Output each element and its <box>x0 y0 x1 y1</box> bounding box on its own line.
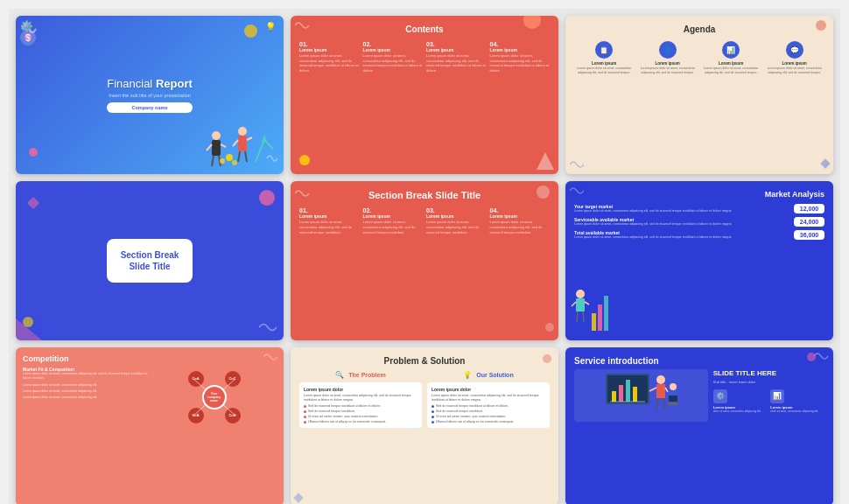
svg-line-27 <box>583 312 584 322</box>
agenda-item-1: 📋 Lorem ipsum Lorem ipsum dolor sit amet… <box>574 41 635 75</box>
svg-marker-20 <box>537 152 554 170</box>
gear-icon: ⚙️ <box>18 18 34 34</box>
competition-items: Lorem ipsum dolor sit amet, consectetur … <box>23 383 148 399</box>
triangle-deco <box>537 152 554 170</box>
svg-point-14 <box>232 160 237 165</box>
contents-item-4: 04. Lorem ipsum Lorem ipsum dolor sit am… <box>490 41 551 73</box>
deco-circle-pink <box>29 148 38 157</box>
svg-point-16 <box>20 30 36 46</box>
service-big-title: SLIDE TITLE HERE <box>713 369 824 377</box>
contents-items: 01. Lorem ipsum Lorem ipsum dolor sit am… <box>299 41 550 73</box>
market-row-2: Serviceable available market Lorem ipsum… <box>574 217 824 227</box>
deco-wave-agenda <box>570 159 584 170</box>
problem-title: 🔍 The Problem <box>299 371 422 379</box>
svg-text:💡: 💡 <box>265 21 277 32</box>
agenda-item-4: 💬 Lorem ipsum Lorem ipsum dolor sit amet… <box>765 41 825 75</box>
svg-rect-30 <box>604 296 608 331</box>
section-break-box: Section Break Slide Title <box>107 239 193 283</box>
service-content: SLIDE TITLE HERE Sub title - insert lore… <box>574 369 824 422</box>
svg-line-24 <box>572 302 576 306</box>
bulb-icon: 💡 <box>264 20 277 32</box>
deco-wave-comp <box>263 352 279 362</box>
slide-6-heading: Market Analysis <box>765 190 824 199</box>
bulb-sol-icon: 💡 <box>463 371 472 379</box>
deco-wave-si <box>814 351 830 361</box>
company-name-button[interactable]: Company name <box>107 102 193 113</box>
svg-point-12 <box>226 154 233 161</box>
slide-section-break-blue: Section Break Slide Title <box>16 181 284 340</box>
deco-circle-ps <box>543 354 551 363</box>
solution-content: Lorem ipsum dolor Lorem ipsum dolor sit … <box>427 382 550 429</box>
deco-diamond-sb <box>27 197 39 209</box>
slide-3-heading: Agenda <box>574 24 824 34</box>
deco-circle-yellow <box>244 24 257 38</box>
market-desc-2: Serviceable available market Lorem ipsum… <box>574 217 790 227</box>
slide-7-heading: Competition <box>23 354 277 363</box>
comp-item-2: Lorem ipsum dolor sit amet, consectetur … <box>23 389 148 393</box>
market-heading-wrap: Market Analysis <box>574 190 824 204</box>
slide-contents: Contents 01. Lorem ipsum Lorem ipsum dol… <box>291 16 558 174</box>
slide-1-content: Financial Report Insert the sub title of… <box>107 77 193 114</box>
slide-5-item-1: 01. Lorem ipsum Lorem ipsum dolor sit am… <box>299 207 360 234</box>
competition-diagram: CoA CoB CoC CoD Your company name <box>151 367 277 428</box>
svg-point-0 <box>212 131 221 140</box>
agenda-icon-3: 📊 <box>722 41 740 59</box>
svg-text:⚙️: ⚙️ <box>20 19 33 32</box>
prob-bullet-4: Ullamco laboris nisi ut aliquip ex ea co… <box>304 420 417 424</box>
prob-sol-grid: 🔍 The Problem Lorem ipsum dolor Lorem ip… <box>299 371 550 429</box>
problem-content: Lorem ipsum dolor Lorem ipsum dolor sit … <box>299 382 422 429</box>
svg-line-26 <box>577 312 578 322</box>
svg-line-3 <box>221 144 226 147</box>
sol-bullet-3: Ut enim ad minim veniam, quis nostrud ex… <box>432 415 545 418</box>
svg-rect-51 <box>669 396 677 402</box>
agenda-icon-1: 📋 <box>595 41 613 59</box>
svg-line-45 <box>665 388 668 392</box>
deco-diamond-ps <box>293 493 303 502</box>
slide-grid: $ ⚙️ 💡 Financial Report Insert the sub t… <box>9 9 840 504</box>
agenda-icon-4: 💬 <box>786 41 803 59</box>
agenda-icon-2: 👤 <box>659 41 677 59</box>
service-icon-gear: ⚙️ <box>713 389 727 403</box>
market-analysis-rows: Your target market Lorem ipsum dolor sit… <box>574 204 824 240</box>
solution-title: 💡 Our Solution <box>427 371 550 379</box>
prob-dot-2 <box>304 410 306 413</box>
svg-marker-15 <box>262 135 267 142</box>
competition-content: Market Fit & Competition Lorem ipsum dol… <box>23 367 277 428</box>
service-icons: ⚙️ Lorem ipsum dolor sit amet, consectet… <box>713 389 824 413</box>
svg-rect-38 <box>619 385 623 402</box>
prob-bullet-3: Ut enim ad minim veniam, quis nostrud ex… <box>304 415 417 418</box>
svg-line-9 <box>247 137 252 140</box>
svg-line-2 <box>207 144 212 150</box>
svg-rect-29 <box>598 304 602 331</box>
agenda-item-3: 📊 Lorem ipsum Lorem ipsum dolor sit amet… <box>701 41 761 75</box>
slide-section-break-red: Section Break Slide Title 01. Lorem ipsu… <box>291 181 558 340</box>
deco-wave-sr <box>295 188 311 199</box>
svg-rect-40 <box>633 387 637 402</box>
slide-5-item-3: 03. Lorem ipsum Lorem ipsum dolor sit am… <box>426 207 487 234</box>
slide-problem-solution: Problem & Solution 🔍 The Problem Lorem i… <box>291 347 558 504</box>
market-row-1: Your target market Lorem ipsum dolor sit… <box>574 204 824 214</box>
deco-wave-ma <box>570 186 584 196</box>
svg-rect-23 <box>576 298 585 312</box>
svg-rect-39 <box>626 380 630 402</box>
service-illustration-svg <box>601 369 680 422</box>
slide-5-heading: Section Break Slide Title <box>299 190 550 200</box>
prob-bullet-1: Sed do eiusmod tempor incididunt ut labo… <box>304 404 417 408</box>
sol-dot-4 <box>432 421 434 424</box>
sol-bullet-1: Sed do eiusmod tempor incididunt ut labo… <box>432 404 545 408</box>
slide-2-heading: Contents <box>299 24 550 34</box>
deco-circle-sr2 <box>545 323 554 332</box>
svg-line-25 <box>585 302 589 304</box>
deco-circle-sb1 <box>259 190 275 206</box>
slide-5-items: 01. Lorem ipsum Lorem ipsum dolor sit am… <box>299 207 550 234</box>
market-desc-3: Total available market Lorem ipsum dolor… <box>574 230 790 240</box>
contents-item-1: 01. Lorem ipsum Lorem ipsum dolor sit am… <box>299 41 360 73</box>
svg-point-48 <box>670 383 677 390</box>
slide-8-heading: Problem & Solution <box>299 356 550 366</box>
svg-line-8 <box>233 140 238 146</box>
svg-rect-37 <box>612 391 616 402</box>
service-right: SLIDE TITLE HERE Sub title - insert lore… <box>713 369 824 413</box>
service-icon-1: ⚙️ Lorem ipsum dolor sit amet, consectet… <box>713 389 768 413</box>
deco-wave <box>295 20 311 31</box>
slide-competition: Competition Market Fit & Competition Lor… <box>16 347 284 504</box>
